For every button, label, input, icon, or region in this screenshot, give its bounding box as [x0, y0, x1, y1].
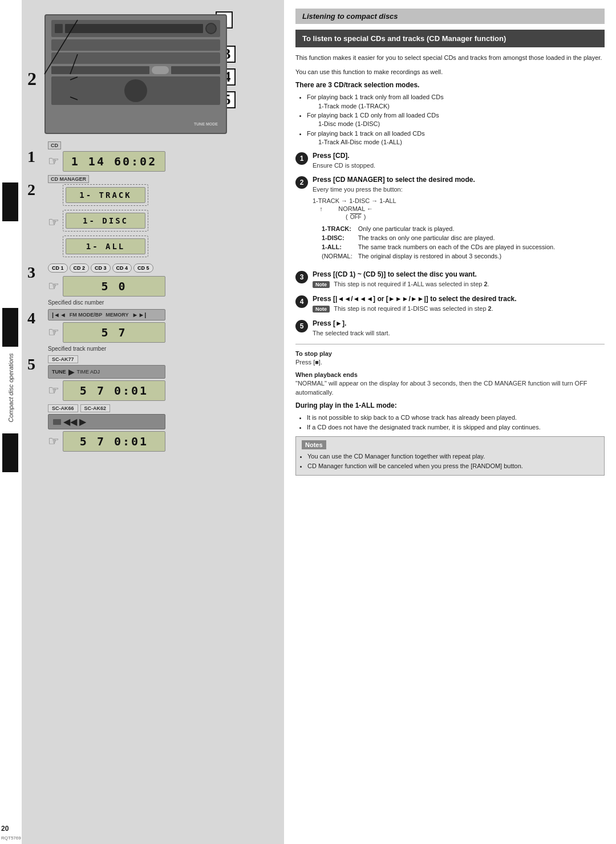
step-1-sub: Ensure CD is stopped. — [313, 161, 605, 170]
note-text-3: This step is not required if 1-ALL was s… — [334, 281, 489, 287]
mode-bullet-3: For playing back 1 track on all loaded C… — [307, 129, 605, 147]
step-circle-3: 3 — [295, 271, 308, 283]
sc-ak62-label: SC-AK62 — [80, 404, 111, 412]
step-circle-2: 2 — [295, 176, 308, 189]
step4-row: 4 |◄◄ FM MODE/BP MEMORY ►►| ☞ 5 7 Specif… — [27, 309, 278, 352]
step-1-title: Press [CD]. — [313, 152, 605, 160]
step-circle-1: 1 — [295, 152, 308, 165]
track-flow-text3: ( — [313, 213, 348, 220]
track-cell-val-1: Only one particular track is played. — [356, 225, 557, 233]
step-label-2: 2 — [27, 181, 43, 199]
modes-list: For playing back 1 track only from all l… — [302, 92, 605, 147]
divider-1 — [295, 344, 605, 344]
mode-sub-1: 1-Track mode (1-TRACK) — [318, 102, 605, 111]
step-3-content: Press [(CD 1) ~ (CD 5)] to select the di… — [313, 270, 605, 289]
note-badge-3: Note — [313, 281, 330, 288]
track-row-3: 1-ALL: The same track numbers on each of… — [319, 243, 557, 251]
left-panel: 1 3 4 5 — [22, 0, 284, 844]
track-cell-label-4: (NORMAL: — [319, 252, 355, 260]
note-badge-4: Note — [313, 306, 330, 313]
step-3-title: Press [(CD 1) ~ (CD 5)] to select the di… — [313, 270, 605, 278]
cd-label: CD — [48, 141, 61, 149]
step-2-content: Press [CD MANAGER] to select the desired… — [313, 176, 605, 265]
left-sidebar: 20 RQT5769 Compact disc operations — [0, 0, 22, 844]
step-3-note: Note This step is not required if 1-ALL … — [313, 280, 605, 289]
track-cell-val-4: The original display is restored in abou… — [356, 252, 557, 260]
playback-section: When playback ends "NORMAL" will appear … — [295, 371, 605, 397]
step3-row: 3 CD 1 CD 2 CD 3 CD 4 CD 5 ☞ 5 0 Specifi… — [27, 263, 278, 306]
step-3-item: 3 Press [(CD 1) ~ (CD 5)] to select the … — [295, 270, 605, 289]
cd-btn-5[interactable]: CD 5 — [133, 263, 153, 273]
main-title: To listen to special CDs and tracks (CD … — [295, 30, 605, 47]
track-table: 1-TRACK: Only one particular track is pl… — [318, 224, 558, 261]
specified-disc-label: Specified disc number — [48, 299, 165, 306]
dashed-box-2: 1- DISC — [63, 210, 148, 232]
sc-ak77-label: SC-AK77 — [48, 355, 78, 363]
during-play-list: It is not possible to skip back to a CD … — [302, 413, 605, 432]
step2-row: 2 CD MANAGER ☞ 1- TRACK 1- DISC — [27, 175, 278, 260]
cd-btn-4[interactable]: CD 4 — [112, 263, 132, 273]
right-panel: Listening to compact discs To listen to … — [284, 0, 616, 844]
step-5-item: 5 Press [►]. The selected track will sta… — [295, 319, 605, 338]
specified-track-label: Specified track number — [48, 346, 165, 352]
cd-manager-label: CD MANAGER — [48, 175, 89, 183]
step-5-title: Press [►]. — [313, 319, 605, 327]
playback-title: When playback ends — [295, 371, 605, 378]
notes-header: Notes — [302, 440, 326, 449]
step-5-sub: The selected track will start. — [313, 329, 605, 338]
step-4-content: Press [|◄◄/◄◄◄] or [►►►/►►|] to select t… — [313, 295, 605, 314]
step1-row: 1 CD ☞ 1 14 60:02 — [27, 141, 278, 172]
display-track: 1- TRACK — [66, 187, 145, 203]
stereo-device: TUNE MODE — [44, 14, 227, 134]
step-4-item: 4 Press [|◄◄/◄◄◄] or [►►►/►►|] to select… — [295, 295, 605, 314]
step-5-content: Press [►]. The selected track will start… — [313, 319, 605, 338]
track-flow-off: OFF — [350, 214, 362, 220]
page-number: 20 — [1, 825, 9, 833]
track-cell-label-3: 1-ALL: — [319, 243, 355, 251]
mode-bullet-1: For playing back 1 track only from all l… — [307, 92, 605, 111]
step-label-3: 3 — [27, 263, 43, 282]
cd-btn-3[interactable]: CD 3 — [91, 263, 111, 273]
display-main: 1 14 60:02 — [63, 151, 165, 172]
track-cell-val-3: The same track numbers on each of the CD… — [356, 243, 557, 251]
device-illustration-area: 1 3 4 5 — [27, 6, 267, 137]
track-cell-label-2: 1-DISC: — [319, 234, 355, 242]
cd-btn-1[interactable]: CD 1 — [48, 263, 68, 273]
track-flow-close: ) — [364, 213, 366, 220]
cd-btn-2[interactable]: CD 2 — [70, 263, 90, 273]
mode-sub-3: 1-Track All-Disc mode (1-ALL) — [318, 138, 605, 147]
notes-item-1: You can use the CD Manager function toge… — [307, 452, 598, 461]
display-disc-num: 5 0 — [63, 276, 165, 297]
display-ak62: 5 7 0:01 — [63, 431, 165, 452]
intro-text: This function makes it easier for you to… — [295, 53, 605, 63]
during-play-title: During play in the 1-ALL mode: — [295, 401, 605, 409]
during-play-section: During play in the 1-ALL mode: It is not… — [295, 401, 605, 432]
display-track-num: 5 7 — [63, 322, 165, 343]
stop-title: To stop play — [295, 350, 605, 357]
doc-code: RQT5769 — [1, 835, 21, 841]
big-step-2: 2 — [27, 68, 37, 90]
track-flow-row1: 1-TRACK → 1-DISC → 1-ALL — [313, 197, 605, 204]
mode-bullet-2: For playing back 1 CD only from all load… — [307, 111, 605, 129]
sc-ak66-label: SC-AK66 — [48, 404, 78, 412]
track-flow-row3: (OFF) — [313, 213, 605, 220]
step-2-sub: Every time you press the button: — [313, 185, 605, 194]
step-circle-4: 4 — [295, 295, 308, 308]
track-row-2: 1-DISC: The tracks on only one particula… — [319, 234, 557, 242]
step5-row: 5 SC-AK77 TUNE ▶ TIME ADJ ☞ 5 7 0:01 — [27, 355, 278, 452]
notes-list: You can use the CD Manager function toge… — [307, 452, 598, 470]
stop-section: To stop play Press [■]. — [295, 350, 605, 367]
display-ak77: 5 7 0:01 — [63, 380, 165, 401]
mode-sub-2: 1-Disc mode (1-DISC) — [318, 120, 605, 128]
notes-item-2: CD Manager function will be canceled whe… — [307, 461, 598, 471]
track-diagram: 1-TRACK → 1-DISC → 1-ALL ↑ NORMAL ← (OFF… — [313, 197, 605, 220]
step-label-1: 1 — [27, 148, 43, 166]
cd-buttons-row: CD 1 CD 2 CD 3 CD 4 CD 5 — [48, 263, 165, 273]
during-play-item-2: If a CD does not have the designated tra… — [307, 423, 605, 432]
step-1-content: Press [CD]. Ensure CD is stopped. — [313, 152, 605, 170]
step-2-item: 2 Press [CD MANAGER] to select the desir… — [295, 176, 605, 265]
dashed-box-3: 1- ALL — [63, 236, 148, 257]
playback-text: "NORMAL" will appear on the display for … — [295, 379, 605, 397]
track-cell-val-2: The tracks on only one particular disc a… — [356, 234, 557, 242]
section-header: Listening to compact discs — [295, 9, 605, 24]
